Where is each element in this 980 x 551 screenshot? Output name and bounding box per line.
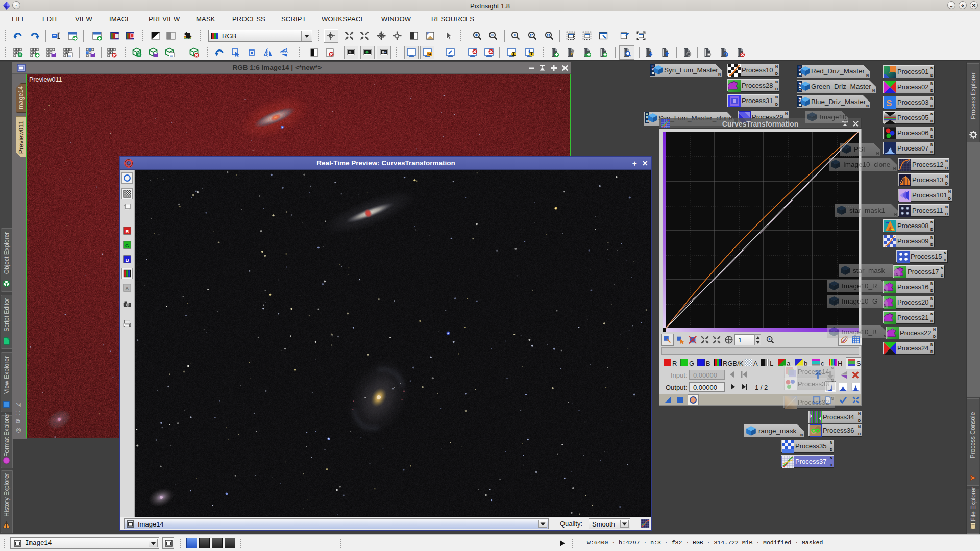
svg-text:B: B (125, 257, 129, 263)
svg-text:24: 24 (427, 52, 431, 56)
svg-text:G: G (125, 243, 129, 248)
svg-text:R: R (125, 229, 129, 234)
svg-text:S: S (886, 98, 892, 108)
svg-text:A: A (125, 286, 129, 291)
